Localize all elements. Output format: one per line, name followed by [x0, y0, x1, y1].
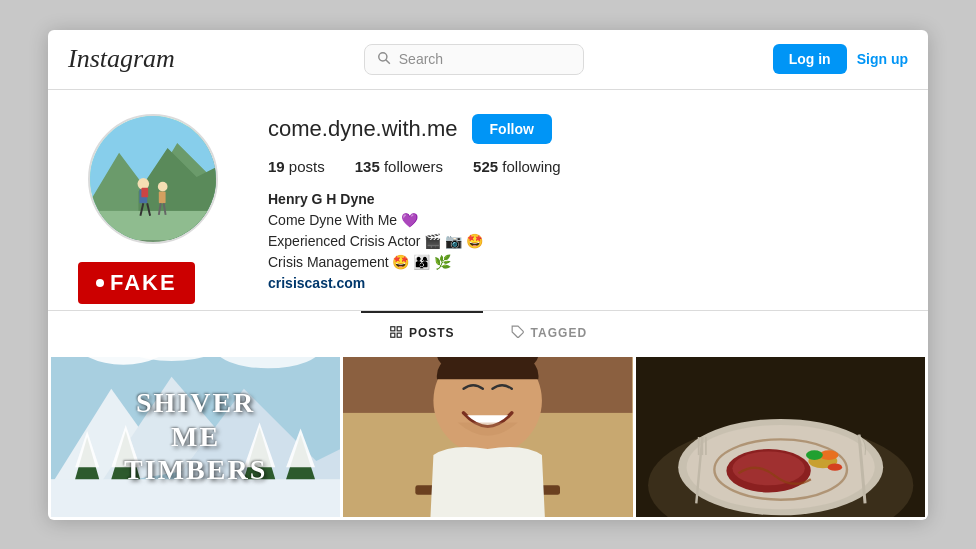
post-food[interactable]: [636, 357, 925, 517]
avatar: [88, 114, 218, 244]
search-bar[interactable]: Search: [364, 44, 584, 75]
stat-following: 525 following: [473, 158, 561, 175]
followers-count: 135: [355, 158, 380, 175]
following-label-text: following: [502, 158, 560, 175]
svg-rect-18: [397, 333, 401, 337]
login-button[interactable]: Log in: [773, 44, 847, 74]
signup-button[interactable]: Sign up: [857, 51, 908, 67]
tab-tagged-label: TAGGED: [531, 326, 587, 340]
profile-info: come.dyne.with.me Follow 19 posts 135 fo…: [268, 114, 888, 294]
stat-followers: 135 followers: [355, 158, 443, 175]
svg-line-1: [386, 59, 390, 63]
profile-section: FAKE come.dyne.with.me Follow 19 posts 1…: [48, 90, 928, 310]
search-input[interactable]: Search: [399, 51, 443, 67]
post-snow[interactable]: SHIVERMETIMBERS: [51, 357, 340, 517]
stat-posts: 19 posts: [268, 158, 325, 175]
svg-rect-15: [391, 326, 395, 330]
following-count: 525: [473, 158, 498, 175]
search-icon: [377, 51, 391, 68]
bio-line3: Crisis Management 🤩 👨‍👩‍👦 🌿: [268, 252, 888, 273]
stats-row: 19 posts 135 followers 525 following: [268, 158, 888, 175]
fake-label: FAKE: [110, 270, 177, 296]
svg-point-55: [827, 463, 841, 470]
follow-button[interactable]: Follow: [472, 114, 552, 144]
bio-section: Henry G H Dyne Come Dyne With Me 💜 Exper…: [268, 189, 888, 294]
bio-link[interactable]: crisiscast.com: [268, 275, 365, 291]
tab-posts-label: POSTS: [409, 326, 455, 340]
browser-window: Instagram Search Log in Sign up: [48, 30, 928, 520]
grid-icon: [389, 325, 403, 342]
post-man[interactable]: [343, 357, 632, 517]
fake-dot: [96, 279, 104, 287]
tab-posts[interactable]: POSTS: [361, 311, 483, 354]
posts-label: posts: [289, 158, 325, 175]
bio-line1: Come Dyne With Me 💜: [268, 210, 888, 231]
tag-icon: [511, 325, 525, 342]
navbar: Instagram Search Log in Sign up: [48, 30, 928, 90]
svg-rect-8: [141, 187, 148, 197]
bio-line2: Experienced Crisis Actor 🎬 📷 🤩: [268, 231, 888, 252]
username: come.dyne.with.me: [268, 116, 458, 142]
svg-rect-17: [391, 333, 395, 337]
avatar-image: [90, 116, 216, 242]
tabs-row: POSTS TAGGED: [48, 310, 928, 354]
svg-rect-12: [159, 191, 166, 203]
instagram-logo: Instagram: [68, 44, 175, 74]
svg-point-54: [806, 450, 823, 460]
posts-count: 19: [268, 158, 285, 175]
svg-point-11: [158, 181, 168, 191]
profile-header-row: come.dyne.with.me Follow: [268, 114, 888, 144]
svg-point-51: [732, 451, 804, 485]
svg-rect-5: [90, 210, 216, 239]
tab-tagged[interactable]: TAGGED: [483, 311, 615, 354]
svg-point-0: [379, 52, 387, 60]
posts-grid: SHIVERMETIMBERS: [48, 354, 928, 520]
nav-actions: Log in Sign up: [773, 44, 908, 74]
avatar-wrapper: FAKE: [88, 114, 218, 294]
followers-label-text: followers: [384, 158, 443, 175]
bio-name: Henry G H Dyne: [268, 189, 888, 210]
fake-badge: FAKE: [78, 262, 195, 304]
svg-rect-16: [397, 326, 401, 330]
shiver-text: SHIVERMETIMBERS: [124, 386, 267, 487]
